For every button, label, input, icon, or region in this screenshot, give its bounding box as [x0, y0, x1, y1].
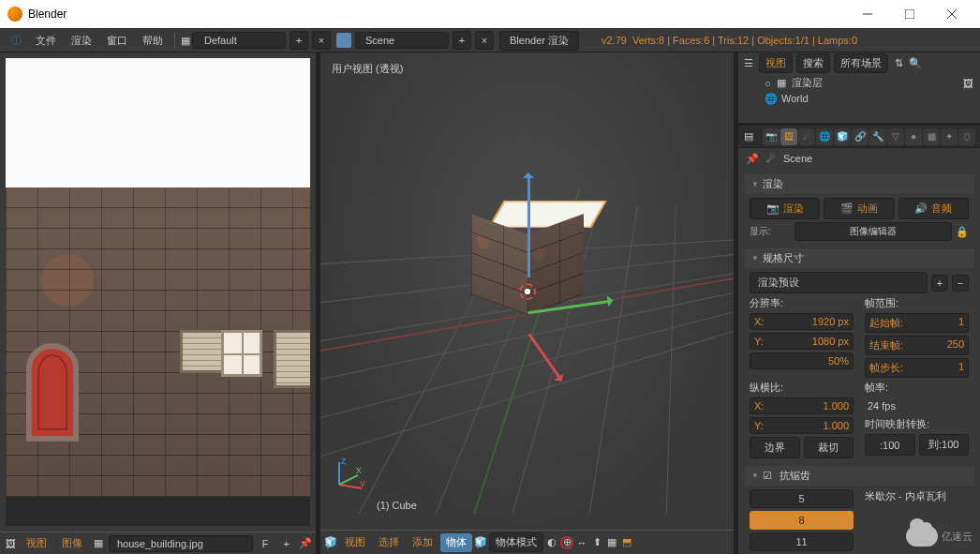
- 3d-viewport[interactable]: 用户视图 (透视): [320, 52, 734, 530]
- vp-menu-object[interactable]: 物体: [440, 533, 472, 552]
- scene-select[interactable]: Scene: [355, 32, 449, 49]
- aspect-y-field[interactable]: Y:1.000: [750, 417, 854, 434]
- maximize-button[interactable]: [888, 0, 930, 28]
- outliner-sort-icon[interactable]: ⇅: [892, 56, 905, 69]
- outliner-search[interactable]: 搜索: [796, 53, 830, 73]
- menu-file[interactable]: 文件: [28, 30, 64, 51]
- image-editor-icon[interactable]: 🖼: [4, 537, 17, 550]
- aa-opt-11[interactable]: 11: [750, 532, 854, 551]
- tab-scene[interactable]: ☄: [798, 128, 815, 145]
- outliner-row-world[interactable]: 🌐 World: [744, 91, 974, 106]
- res-y-field[interactable]: Y:1080 px: [750, 333, 854, 350]
- scene-icon: [336, 33, 351, 48]
- outliner-row-renderlayers[interactable]: ○▦ 渲染层 🖼: [744, 75, 974, 91]
- aa-samples-row: 5 8 11 16: [750, 489, 854, 554]
- animation-button[interactable]: 🎬动画: [824, 198, 894, 219]
- render-preset-select[interactable]: 渲染预设: [750, 272, 928, 293]
- gizmo-z-axis[interactable]: [527, 174, 530, 277]
- dimensions-panel-header[interactable]: 规格尺寸: [744, 248, 974, 268]
- image-browse-icon[interactable]: ▦: [92, 537, 105, 550]
- transform-orientation-icon[interactable]: ⬆: [590, 536, 603, 549]
- aa-opt-5[interactable]: 5: [750, 489, 854, 508]
- window-title: Blender: [28, 7, 846, 21]
- tab-object[interactable]: 🧊: [834, 128, 851, 145]
- outliner-filter[interactable]: 所有场景: [834, 53, 888, 73]
- shading-solid-icon[interactable]: ◐: [545, 536, 558, 549]
- menu-help[interactable]: 帮助: [135, 30, 171, 51]
- preset-add-button[interactable]: +: [931, 275, 948, 292]
- search-icon[interactable]: 🔍: [909, 56, 922, 69]
- viewport-editor-icon[interactable]: 🧊: [324, 536, 337, 549]
- res-x-field[interactable]: X:1920 px: [750, 313, 854, 330]
- delete-screen-button[interactable]: ×: [312, 31, 331, 50]
- pivot-mode-icon[interactable]: ⊕: [560, 536, 573, 549]
- pin-icon[interactable]: 📌: [299, 537, 312, 550]
- outliner-icon[interactable]: ☰: [742, 56, 755, 69]
- tab-material[interactable]: ●: [905, 128, 922, 145]
- vp-menu-add[interactable]: 添加: [407, 533, 438, 552]
- display-select[interactable]: 图像编辑器: [794, 222, 952, 241]
- cloud-icon: [906, 526, 938, 547]
- tab-data[interactable]: ▽: [887, 128, 904, 145]
- delete-scene-button[interactable]: ×: [475, 31, 494, 50]
- layers-icon[interactable]: ▦: [605, 536, 618, 549]
- frame-end-field[interactable]: 结束帧:250: [865, 336, 969, 355]
- remap-old-field[interactable]: :100: [865, 434, 915, 456]
- aspect-x-field[interactable]: X:1.000: [750, 397, 854, 414]
- tab-particles[interactable]: ✦: [941, 128, 958, 145]
- menu-render[interactable]: 渲染: [64, 30, 99, 51]
- aa-opt-8[interactable]: 8: [750, 511, 854, 530]
- close-button[interactable]: [930, 0, 973, 28]
- uv-canvas[interactable]: [6, 58, 310, 526]
- vp-menu-view[interactable]: 视图: [339, 533, 371, 552]
- tab-world[interactable]: 🌐: [816, 128, 833, 145]
- snap-icon[interactable]: ⬒: [620, 536, 633, 549]
- res-pct-field[interactable]: 50%: [750, 352, 854, 369]
- remap-new-field[interactable]: 到:100: [919, 434, 970, 456]
- watermark: 亿速云: [906, 526, 973, 547]
- preset-remove-button[interactable]: −: [952, 275, 969, 292]
- scene-icon: ☄: [765, 152, 778, 165]
- add-screen-button[interactable]: +: [290, 31, 308, 50]
- image-name-field[interactable]: house_building.jpg: [109, 535, 253, 552]
- display-label: 显示:: [750, 225, 791, 238]
- uv-menu-view[interactable]: 视图: [21, 534, 52, 553]
- image-icon[interactable]: 🖼: [961, 77, 974, 90]
- mode-select[interactable]: 物体模式: [489, 532, 543, 552]
- uv-menu-image[interactable]: 图像: [56, 534, 88, 553]
- version-label: v2.79: [587, 35, 627, 46]
- aa-panel-header[interactable]: ☑抗锯齿: [744, 466, 974, 486]
- crop-toggle[interactable]: 裁切: [804, 437, 854, 458]
- fps-select[interactable]: 24 fps: [865, 397, 969, 414]
- fake-user-button[interactable]: F: [257, 534, 275, 553]
- screen-layout-icon[interactable]: ▦: [179, 34, 192, 47]
- pin-icon[interactable]: 📌: [746, 152, 759, 165]
- screen-layout-select[interactable]: Default: [192, 32, 286, 49]
- tab-physics[interactable]: ⬯: [958, 128, 975, 145]
- frame-start-field[interactable]: 起始帧:1: [865, 313, 969, 333]
- props-editor-icon[interactable]: ▤: [742, 130, 755, 143]
- tab-render[interactable]: 📷: [763, 128, 780, 145]
- resolution-label: 分辨率:: [750, 296, 854, 310]
- border-toggle[interactable]: 边界: [750, 437, 800, 458]
- info-icon[interactable]: ⓘ: [9, 34, 22, 47]
- tab-modifiers[interactable]: 🔧: [869, 128, 886, 145]
- render-engine-select[interactable]: Blender 渲染: [499, 31, 579, 51]
- tab-texture[interactable]: ▦: [923, 128, 940, 145]
- frame-step-field[interactable]: 帧步长:1: [865, 358, 969, 378]
- minimize-button[interactable]: [846, 0, 888, 28]
- render-panel-header[interactable]: 渲染: [744, 174, 974, 194]
- tab-constraints[interactable]: 🔗: [852, 128, 869, 145]
- outliner-view[interactable]: 视图: [759, 53, 793, 73]
- image-add-button[interactable]: +: [278, 534, 295, 553]
- add-scene-button[interactable]: +: [453, 31, 471, 50]
- menu-window[interactable]: 窗口: [99, 30, 135, 51]
- camera-icon: 📷: [766, 202, 780, 215]
- manipulator-icon[interactable]: ↔: [575, 536, 588, 549]
- audio-button[interactable]: 🔊音频: [898, 198, 969, 219]
- 3d-cursor[interactable]: [519, 283, 536, 300]
- tab-render-layers[interactable]: 🖼: [780, 128, 797, 145]
- vp-menu-select[interactable]: 选择: [373, 533, 405, 552]
- render-button[interactable]: 📷渲染: [750, 198, 820, 219]
- lock-icon[interactable]: 🔒: [956, 225, 969, 238]
